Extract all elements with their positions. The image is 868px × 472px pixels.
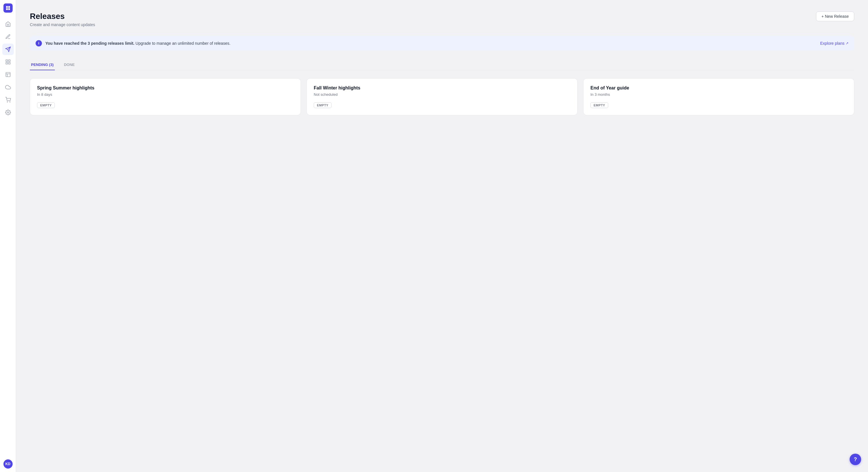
svg-rect-6 <box>6 60 7 62</box>
help-button[interactable]: ? <box>849 453 861 465</box>
logo-icon <box>5 5 11 11</box>
releases-grid: Spring Summer highlights In 8 days EMPTY… <box>30 78 854 115</box>
send-icon <box>5 46 11 52</box>
tab-pending[interactable]: PENDING (3) <box>30 60 55 70</box>
sidebar-item-settings[interactable] <box>2 107 14 118</box>
alert-info-icon: i <box>36 40 42 46</box>
release-card-fall-winter[interactable]: Fall Winter highlights Not scheduled EMP… <box>307 78 578 115</box>
svg-rect-2 <box>6 8 8 10</box>
cart-icon <box>5 97 11 103</box>
svg-point-15 <box>7 112 9 113</box>
alert-bold-text: You have reached the 3 pending releases … <box>45 41 134 45</box>
user-avatar[interactable]: KD <box>3 460 12 469</box>
sidebar-item-layout[interactable] <box>2 69 14 80</box>
external-link-icon: ↗ <box>846 41 848 45</box>
release-card-spring-summer[interactable]: Spring Summer highlights In 8 days EMPTY <box>30 78 301 115</box>
release-card-end-of-year[interactable]: End of Year guide In 3 months EMPTY <box>583 78 854 115</box>
alert-text: You have reached the 3 pending releases … <box>45 41 230 45</box>
sidebar-item-releases[interactable] <box>2 43 14 55</box>
explore-plans-link[interactable]: Explore plans ↗ <box>820 41 848 45</box>
svg-rect-9 <box>6 63 7 64</box>
sidebar-item-commerce[interactable] <box>2 94 14 105</box>
card-badge-fall-winter: EMPTY <box>314 102 332 108</box>
sidebar-item-media[interactable] <box>2 56 14 68</box>
alert-left: i You have reached the 3 pending release… <box>36 40 230 46</box>
sidebar-item-cloud[interactable] <box>2 81 14 93</box>
sidebar-item-content[interactable] <box>2 31 14 42</box>
page-title: Releases <box>30 11 95 21</box>
svg-rect-3 <box>8 8 10 10</box>
home-icon <box>5 21 11 27</box>
card-badge-spring-summer: EMPTY <box>37 102 55 108</box>
card-schedule-end-of-year: In 3 months <box>590 92 847 97</box>
svg-point-14 <box>9 102 10 102</box>
svg-point-13 <box>7 102 7 102</box>
sidebar: KD <box>0 0 16 472</box>
cloud-icon <box>5 84 11 90</box>
new-release-button[interactable]: + New Release <box>816 11 854 21</box>
card-schedule-fall-winter: Not scheduled <box>314 92 570 97</box>
svg-rect-8 <box>8 63 10 64</box>
svg-rect-7 <box>8 60 10 62</box>
svg-rect-10 <box>6 72 10 77</box>
card-title-fall-winter: Fall Winter highlights <box>314 86 570 91</box>
sidebar-item-home[interactable] <box>2 19 14 30</box>
card-badge-end-of-year: EMPTY <box>590 102 608 108</box>
alert-rest-text: Upgrade to manage an unlimited number of… <box>135 41 230 45</box>
svg-rect-0 <box>6 6 8 8</box>
card-title-spring-summer: Spring Summer highlights <box>37 86 293 91</box>
svg-rect-1 <box>8 6 10 8</box>
settings-icon <box>5 109 11 115</box>
card-title-end-of-year: End of Year guide <box>590 86 847 91</box>
alert-banner: i You have reached the 3 pending release… <box>30 36 854 50</box>
page-header: Releases Create and manage content updat… <box>30 11 854 27</box>
layout-icon <box>5 72 11 77</box>
sidebar-logo[interactable] <box>3 3 12 12</box>
tabs-bar: PENDING (3) DONE <box>30 60 854 70</box>
explore-plans-label: Explore plans <box>820 41 844 45</box>
tab-done[interactable]: DONE <box>63 60 76 70</box>
card-schedule-spring-summer: In 8 days <box>37 92 293 97</box>
main-content: Releases Create and manage content updat… <box>16 0 868 472</box>
grid-icon <box>5 59 11 65</box>
page-title-group: Releases Create and manage content updat… <box>30 11 95 27</box>
page-subtitle: Create and manage content updates <box>30 22 95 27</box>
pen-icon <box>5 34 11 40</box>
